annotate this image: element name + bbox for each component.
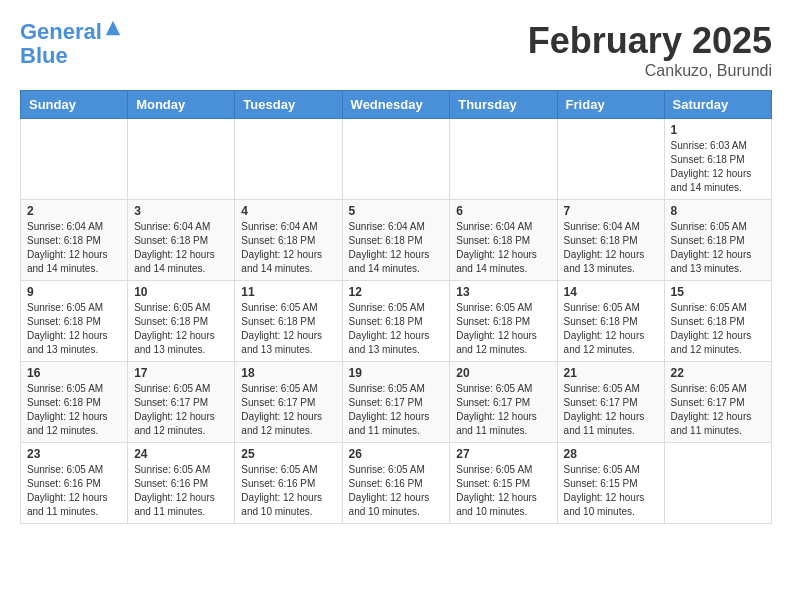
- calendar-cell: 18Sunrise: 6:05 AM Sunset: 6:17 PM Dayli…: [235, 362, 342, 443]
- calendar-cell: 1Sunrise: 6:03 AM Sunset: 6:18 PM Daylig…: [664, 119, 771, 200]
- day-number: 12: [349, 285, 444, 299]
- day-info: Sunrise: 6:04 AM Sunset: 6:18 PM Dayligh…: [27, 220, 121, 276]
- day-number: 14: [564, 285, 658, 299]
- calendar-cell: 9Sunrise: 6:05 AM Sunset: 6:18 PM Daylig…: [21, 281, 128, 362]
- logo: General Blue: [20, 20, 122, 68]
- calendar-cell: 7Sunrise: 6:04 AM Sunset: 6:18 PM Daylig…: [557, 200, 664, 281]
- day-info: Sunrise: 6:03 AM Sunset: 6:18 PM Dayligh…: [671, 139, 765, 195]
- day-info: Sunrise: 6:04 AM Sunset: 6:18 PM Dayligh…: [134, 220, 228, 276]
- header: General Blue February 2025 Cankuzo, Buru…: [20, 20, 772, 80]
- day-number: 6: [456, 204, 550, 218]
- day-number: 16: [27, 366, 121, 380]
- calendar-cell: 12Sunrise: 6:05 AM Sunset: 6:18 PM Dayli…: [342, 281, 450, 362]
- calendar-cell: 17Sunrise: 6:05 AM Sunset: 6:17 PM Dayli…: [128, 362, 235, 443]
- calendar-cell: 22Sunrise: 6:05 AM Sunset: 6:17 PM Dayli…: [664, 362, 771, 443]
- logo-text: General: [20, 20, 102, 44]
- day-number: 1: [671, 123, 765, 137]
- calendar-cell: 15Sunrise: 6:05 AM Sunset: 6:18 PM Dayli…: [664, 281, 771, 362]
- day-info: Sunrise: 6:05 AM Sunset: 6:18 PM Dayligh…: [134, 301, 228, 357]
- day-info: Sunrise: 6:05 AM Sunset: 6:18 PM Dayligh…: [671, 301, 765, 357]
- day-number: 4: [241, 204, 335, 218]
- day-info: Sunrise: 6:05 AM Sunset: 6:18 PM Dayligh…: [671, 220, 765, 276]
- calendar-cell: [557, 119, 664, 200]
- calendar-cell: 26Sunrise: 6:05 AM Sunset: 6:16 PM Dayli…: [342, 443, 450, 524]
- calendar: SundayMondayTuesdayWednesdayThursdayFrid…: [20, 90, 772, 524]
- calendar-cell: 3Sunrise: 6:04 AM Sunset: 6:18 PM Daylig…: [128, 200, 235, 281]
- calendar-cell: 8Sunrise: 6:05 AM Sunset: 6:18 PM Daylig…: [664, 200, 771, 281]
- day-number: 17: [134, 366, 228, 380]
- day-number: 28: [564, 447, 658, 461]
- calendar-cell: 23Sunrise: 6:05 AM Sunset: 6:16 PM Dayli…: [21, 443, 128, 524]
- calendar-cell: [664, 443, 771, 524]
- day-info: Sunrise: 6:05 AM Sunset: 6:15 PM Dayligh…: [456, 463, 550, 519]
- calendar-cell: 13Sunrise: 6:05 AM Sunset: 6:18 PM Dayli…: [450, 281, 557, 362]
- day-number: 25: [241, 447, 335, 461]
- day-info: Sunrise: 6:05 AM Sunset: 6:17 PM Dayligh…: [134, 382, 228, 438]
- day-info: Sunrise: 6:04 AM Sunset: 6:18 PM Dayligh…: [564, 220, 658, 276]
- calendar-cell: 10Sunrise: 6:05 AM Sunset: 6:18 PM Dayli…: [128, 281, 235, 362]
- week-row-5: 23Sunrise: 6:05 AM Sunset: 6:16 PM Dayli…: [21, 443, 772, 524]
- title-area: February 2025 Cankuzo, Burundi: [528, 20, 772, 80]
- week-row-4: 16Sunrise: 6:05 AM Sunset: 6:18 PM Dayli…: [21, 362, 772, 443]
- day-number: 20: [456, 366, 550, 380]
- day-number: 24: [134, 447, 228, 461]
- day-info: Sunrise: 6:05 AM Sunset: 6:17 PM Dayligh…: [241, 382, 335, 438]
- day-number: 22: [671, 366, 765, 380]
- day-info: Sunrise: 6:05 AM Sunset: 6:16 PM Dayligh…: [349, 463, 444, 519]
- day-info: Sunrise: 6:05 AM Sunset: 6:18 PM Dayligh…: [564, 301, 658, 357]
- calendar-cell: 19Sunrise: 6:05 AM Sunset: 6:17 PM Dayli…: [342, 362, 450, 443]
- logo-text-blue: Blue: [20, 44, 122, 68]
- calendar-cell: 16Sunrise: 6:05 AM Sunset: 6:18 PM Dayli…: [21, 362, 128, 443]
- weekday-header-thursday: Thursday: [450, 91, 557, 119]
- day-number: 21: [564, 366, 658, 380]
- day-number: 2: [27, 204, 121, 218]
- calendar-cell: 27Sunrise: 6:05 AM Sunset: 6:15 PM Dayli…: [450, 443, 557, 524]
- day-info: Sunrise: 6:05 AM Sunset: 6:18 PM Dayligh…: [27, 301, 121, 357]
- week-row-1: 1Sunrise: 6:03 AM Sunset: 6:18 PM Daylig…: [21, 119, 772, 200]
- day-info: Sunrise: 6:05 AM Sunset: 6:18 PM Dayligh…: [27, 382, 121, 438]
- calendar-cell: 11Sunrise: 6:05 AM Sunset: 6:18 PM Dayli…: [235, 281, 342, 362]
- day-info: Sunrise: 6:05 AM Sunset: 6:18 PM Dayligh…: [456, 301, 550, 357]
- day-info: Sunrise: 6:05 AM Sunset: 6:17 PM Dayligh…: [671, 382, 765, 438]
- day-number: 9: [27, 285, 121, 299]
- weekday-header-monday: Monday: [128, 91, 235, 119]
- logo-icon: [104, 19, 122, 37]
- calendar-cell: 4Sunrise: 6:04 AM Sunset: 6:18 PM Daylig…: [235, 200, 342, 281]
- calendar-cell: [21, 119, 128, 200]
- calendar-cell: 24Sunrise: 6:05 AM Sunset: 6:16 PM Dayli…: [128, 443, 235, 524]
- day-number: 23: [27, 447, 121, 461]
- calendar-cell: 25Sunrise: 6:05 AM Sunset: 6:16 PM Dayli…: [235, 443, 342, 524]
- day-info: Sunrise: 6:04 AM Sunset: 6:18 PM Dayligh…: [241, 220, 335, 276]
- calendar-cell: 14Sunrise: 6:05 AM Sunset: 6:18 PM Dayli…: [557, 281, 664, 362]
- day-info: Sunrise: 6:05 AM Sunset: 6:18 PM Dayligh…: [349, 301, 444, 357]
- day-number: 3: [134, 204, 228, 218]
- calendar-cell: 20Sunrise: 6:05 AM Sunset: 6:17 PM Dayli…: [450, 362, 557, 443]
- calendar-cell: [235, 119, 342, 200]
- calendar-cell: [128, 119, 235, 200]
- day-number: 7: [564, 204, 658, 218]
- calendar-cell: 21Sunrise: 6:05 AM Sunset: 6:17 PM Dayli…: [557, 362, 664, 443]
- day-number: 13: [456, 285, 550, 299]
- day-number: 27: [456, 447, 550, 461]
- day-info: Sunrise: 6:05 AM Sunset: 6:16 PM Dayligh…: [241, 463, 335, 519]
- location-subtitle: Cankuzo, Burundi: [528, 62, 772, 80]
- day-number: 10: [134, 285, 228, 299]
- month-title: February 2025: [528, 20, 772, 62]
- week-row-2: 2Sunrise: 6:04 AM Sunset: 6:18 PM Daylig…: [21, 200, 772, 281]
- day-info: Sunrise: 6:05 AM Sunset: 6:16 PM Dayligh…: [134, 463, 228, 519]
- calendar-cell: 28Sunrise: 6:05 AM Sunset: 6:15 PM Dayli…: [557, 443, 664, 524]
- calendar-cell: [342, 119, 450, 200]
- day-info: Sunrise: 6:05 AM Sunset: 6:17 PM Dayligh…: [564, 382, 658, 438]
- day-info: Sunrise: 6:05 AM Sunset: 6:17 PM Dayligh…: [349, 382, 444, 438]
- day-info: Sunrise: 6:05 AM Sunset: 6:15 PM Dayligh…: [564, 463, 658, 519]
- day-number: 8: [671, 204, 765, 218]
- day-info: Sunrise: 6:05 AM Sunset: 6:17 PM Dayligh…: [456, 382, 550, 438]
- day-info: Sunrise: 6:05 AM Sunset: 6:16 PM Dayligh…: [27, 463, 121, 519]
- day-info: Sunrise: 6:05 AM Sunset: 6:18 PM Dayligh…: [241, 301, 335, 357]
- weekday-header-saturday: Saturday: [664, 91, 771, 119]
- day-number: 18: [241, 366, 335, 380]
- day-number: 15: [671, 285, 765, 299]
- day-info: Sunrise: 6:04 AM Sunset: 6:18 PM Dayligh…: [456, 220, 550, 276]
- weekday-header-wednesday: Wednesday: [342, 91, 450, 119]
- svg-marker-0: [106, 21, 120, 35]
